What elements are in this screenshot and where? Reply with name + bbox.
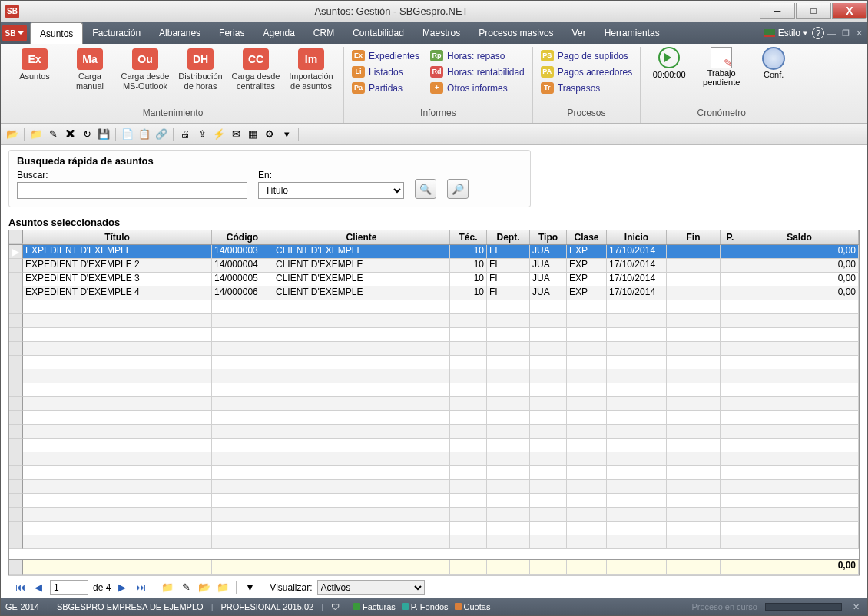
nav-folder1-icon[interactable]: 📁 bbox=[161, 581, 174, 594]
table-row[interactable] bbox=[9, 397, 859, 411]
ribbon-small-expedientes[interactable]: ExExpedientes bbox=[349, 48, 422, 63]
table-row[interactable] bbox=[9, 411, 859, 425]
dropdown-icon[interactable]: ▾ bbox=[280, 128, 293, 141]
export-icon[interactable]: ⇪ bbox=[195, 128, 209, 141]
table-row[interactable] bbox=[9, 356, 859, 369]
table-row[interactable] bbox=[9, 452, 859, 466]
table-icon[interactable]: ▦ bbox=[246, 128, 260, 141]
table-row[interactable]: EXPEDIENT D'EXEMPLE 414/000006CLIENT D'E… bbox=[9, 286, 859, 300]
ribbon-btn-dh[interactable]: DHDistribución de horas bbox=[173, 47, 228, 93]
nav-folder3-icon[interactable]: 📁 bbox=[216, 581, 230, 594]
refresh-icon[interactable]: ↻ bbox=[80, 128, 94, 141]
maximize-button[interactable]: □ bbox=[796, 3, 831, 19]
menu-tab-herramientas[interactable]: Herramientas bbox=[595, 22, 669, 44]
select-all-cell[interactable] bbox=[9, 230, 23, 244]
help-button[interactable]: ? bbox=[812, 27, 824, 39]
col-p[interactable]: P. bbox=[721, 230, 740, 244]
nav-prev[interactable]: ◀ bbox=[31, 581, 45, 594]
table-row[interactable] bbox=[9, 425, 859, 439]
nav-last[interactable]: ⏭ bbox=[134, 581, 147, 594]
mdi-restore[interactable]: ❐ bbox=[839, 28, 853, 38]
table-row[interactable] bbox=[9, 300, 859, 314]
config-button[interactable]: Conf. bbox=[750, 47, 797, 79]
edit-icon[interactable]: ✎ bbox=[46, 128, 60, 141]
col-fin[interactable]: Fin bbox=[667, 230, 721, 244]
nav-page-input[interactable] bbox=[50, 580, 88, 595]
nav-next[interactable]: ▶ bbox=[115, 581, 129, 594]
col-saldo[interactable]: Saldo bbox=[740, 230, 859, 244]
pending-work-button[interactable]: Trabajo pendiente bbox=[697, 47, 745, 87]
status-close[interactable]: ✕ bbox=[850, 602, 863, 612]
mail-icon[interactable]: ✉ bbox=[229, 128, 243, 141]
table-row[interactable] bbox=[9, 480, 859, 494]
table-row[interactable] bbox=[9, 535, 859, 549]
ribbon-btn-ma[interactable]: MaCarga manual bbox=[62, 47, 118, 93]
search-input[interactable] bbox=[17, 182, 247, 199]
nav-edit-icon[interactable]: ✎ bbox=[179, 581, 193, 594]
minimize-button[interactable]: ─ bbox=[760, 3, 795, 19]
table-row[interactable] bbox=[9, 508, 859, 522]
menu-tab-procesos masivos[interactable]: Procesos masivos bbox=[469, 22, 562, 44]
ribbon-btn-cc[interactable]: CCCarga desde centralitas bbox=[228, 47, 283, 93]
delete-icon[interactable]: 🗙 bbox=[63, 128, 77, 141]
filter-icon[interactable]: ▼ bbox=[243, 581, 257, 594]
link-icon[interactable]: 🔗 bbox=[154, 128, 168, 141]
col-dept[interactable]: Dept. bbox=[487, 230, 530, 244]
col-clase[interactable]: Clase bbox=[567, 230, 607, 244]
ribbon-btn-ex[interactable]: ExAsuntos bbox=[7, 47, 62, 83]
table-row[interactable] bbox=[9, 466, 859, 480]
timer-start-button[interactable]: 00:00:00 bbox=[645, 47, 693, 79]
table-row[interactable]: EXPEDIENT D'EXEMPLE 214/000004CLIENT D'E… bbox=[9, 259, 859, 273]
visualizar-select[interactable]: Activos bbox=[317, 580, 425, 595]
table-row[interactable] bbox=[9, 383, 859, 397]
search-field-select[interactable]: Título bbox=[258, 182, 404, 199]
menu-tab-asuntos[interactable]: Asuntos bbox=[30, 22, 83, 44]
flash-icon[interactable]: ⚡ bbox=[212, 128, 226, 141]
search-button[interactable]: 🔍 bbox=[415, 179, 436, 199]
table-row[interactable] bbox=[9, 494, 859, 508]
menu-tab-ver[interactable]: Ver bbox=[563, 22, 595, 44]
table-row[interactable] bbox=[9, 342, 859, 356]
ribbon-small-pago-de-suplidos[interactable]: PSPago de suplidos bbox=[538, 48, 635, 63]
col-codigo[interactable]: Código bbox=[212, 230, 273, 244]
paste-icon[interactable]: 📋 bbox=[137, 128, 151, 141]
ribbon-small-listados[interactable]: LiListados bbox=[349, 65, 422, 79]
table-row[interactable] bbox=[9, 439, 859, 452]
search-all-button[interactable]: 🔎 bbox=[447, 179, 469, 199]
menu-tab-ferias[interactable]: Ferias bbox=[210, 22, 253, 44]
menu-tab-crm[interactable]: CRM bbox=[304, 22, 343, 44]
print-icon[interactable]: 🖨 bbox=[178, 128, 192, 141]
table-row[interactable] bbox=[9, 522, 859, 535]
copy-icon[interactable]: 📄 bbox=[121, 128, 134, 141]
menu-tab-albaranes[interactable]: Albaranes bbox=[150, 22, 210, 44]
mdi-close[interactable]: ✕ bbox=[853, 28, 866, 38]
menu-tab-contabilidad[interactable]: Contabilidad bbox=[343, 22, 413, 44]
app-menu-button[interactable]: SB bbox=[2, 25, 27, 41]
menu-tab-agenda[interactable]: Agenda bbox=[253, 22, 303, 44]
menu-tab-facturación[interactable]: Facturación bbox=[83, 22, 150, 44]
settings-icon[interactable]: ⚙ bbox=[263, 128, 277, 141]
ribbon-small-traspasos[interactable]: TrTraspasos bbox=[538, 81, 635, 95]
ribbon-small-horas-repaso[interactable]: RpHoras: repaso bbox=[427, 48, 528, 63]
ribbon-small-otros-informes[interactable]: +Otros informes bbox=[427, 81, 528, 95]
col-tipo[interactable]: Tipo bbox=[530, 230, 567, 244]
mdi-minimize[interactable]: — bbox=[824, 28, 839, 38]
save-icon[interactable]: 💾 bbox=[97, 128, 111, 141]
style-menu[interactable]: Estilo ▾ bbox=[760, 28, 812, 38]
ribbon-btn-ou[interactable]: OuCarga desde MS-Outlook bbox=[118, 47, 173, 93]
table-row[interactable]: EXPEDIENT D'EXEMPLE 314/000005CLIENT D'E… bbox=[9, 273, 859, 286]
menu-tab-maestros[interactable]: Maestros bbox=[413, 22, 469, 44]
ribbon-small-horas-rentabilidad[interactable]: RdHoras: rentabilidad bbox=[427, 65, 528, 79]
nav-first[interactable]: ⏮ bbox=[13, 581, 27, 594]
ribbon-btn-im[interactable]: ImImportación de asuntos bbox=[283, 47, 339, 93]
table-row[interactable]: ▶EXPEDIENT D'EXEMPLE14/000003CLIENT D'EX… bbox=[9, 245, 859, 259]
col-cliente[interactable]: Cliente bbox=[273, 230, 450, 244]
folder-open-icon[interactable]: 📂 bbox=[5, 128, 19, 141]
table-row[interactable] bbox=[9, 369, 859, 383]
folder-icon[interactable]: 📁 bbox=[29, 128, 43, 141]
col-inicio[interactable]: Inicio bbox=[607, 230, 667, 244]
ribbon-small-pagos-acreedores[interactable]: PAPagos acreedores bbox=[538, 65, 635, 79]
close-button[interactable]: X bbox=[832, 3, 867, 19]
table-row[interactable] bbox=[9, 314, 859, 328]
ribbon-small-partidas[interactable]: PaPartidas bbox=[349, 81, 422, 95]
